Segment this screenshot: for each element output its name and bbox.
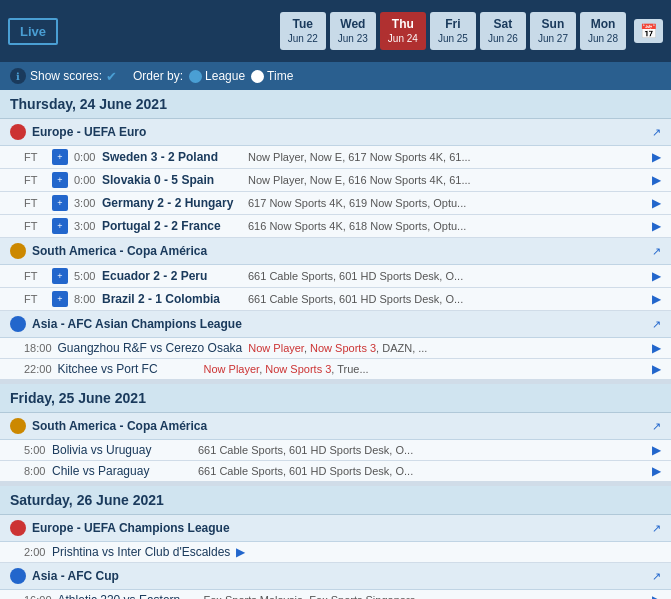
match-row: 16:00Athletic 220 vs EasternFox Sports M… [0,590,671,599]
play-button[interactable]: ▶ [652,173,661,187]
external-link-icon[interactable]: ↗ [652,126,661,139]
league-header: South America - Copa América↗ [0,238,671,265]
match-time: 8:00 [74,293,96,305]
day-tab-tue[interactable]: TueJun 22 [280,12,326,51]
match-time-icon: + [52,218,68,234]
play-button[interactable]: ▶ [652,341,661,355]
order-by-control: Order by: League Time [133,69,293,83]
match-status: 22:00 [24,363,52,375]
external-link-icon[interactable]: ↗ [652,570,661,583]
league-header: Asia - AFC Asian Champions League↗ [0,311,671,338]
league-icon [10,243,26,259]
match-status: 2:00 [24,546,46,558]
external-link-icon[interactable]: ↗ [652,318,661,331]
match-channels: Fox Sports Malaysia, Fox Sports Singapor… [204,594,646,599]
match-time: 3:00 [74,197,96,209]
league-title: South America - Copa América [10,243,207,259]
play-button[interactable]: ▶ [652,593,661,599]
league-title: Asia - AFC Asian Champions League [10,316,242,332]
play-button[interactable]: ▶ [652,362,661,376]
match-teams: Chile vs Paraguay [52,464,192,478]
match-score: Slovakia 0 - 5 Spain [102,173,242,187]
play-button[interactable]: ▶ [652,292,661,306]
league-title: South America - Copa América [10,418,207,434]
day-tab-wed[interactable]: WedJun 23 [330,12,376,51]
match-status: 16:00 [24,594,52,599]
radio-time-dot [251,70,264,83]
match-status: FT [24,151,46,163]
play-button[interactable]: ▶ [652,269,661,283]
match-status: FT [24,270,46,282]
match-row: 18:00Guangzhou R&F vs Cerezo OsakaNow Pl… [0,338,671,359]
info-icon: ℹ [10,68,26,84]
match-score: Ecuador 2 - 2 Peru [102,269,242,283]
match-teams: Guangzhou R&F vs Cerezo Osaka [58,341,243,355]
checkmark-icon[interactable]: ✔ [106,69,117,84]
show-scores-control: ℹ Show scores: ✔ [10,68,117,84]
external-link-icon[interactable]: ↗ [652,420,661,433]
external-link-icon[interactable]: ↗ [652,245,661,258]
match-time-icon: + [52,291,68,307]
play-button[interactable]: ▶ [652,443,661,457]
match-row: 2:00Prishtina vs Inter Club d'Escaldes▶ [0,542,671,563]
play-button[interactable]: ▶ [652,150,661,164]
league-title: Europe - UEFA Euro [10,124,146,140]
match-time-icon: + [52,149,68,165]
league-name: Europe - UEFA Champions League [32,521,230,535]
show-scores-label: Show scores: [30,69,102,83]
day-tab-fri[interactable]: FriJun 25 [430,12,476,51]
match-channels: 616 Now Sports 4K, 618 Now Sports, Optu.… [248,220,646,232]
match-row: FT+0:00Slovakia 0 - 5 SpainNow Player, N… [0,169,671,192]
play-button[interactable]: ▶ [652,464,661,478]
order-time-option[interactable]: Time [251,69,293,83]
day-tab-sat[interactable]: SatJun 26 [480,12,526,51]
match-row: 22:00Kitchee vs Port FCNow Player, Now S… [0,359,671,380]
play-button[interactable]: ▶ [236,545,245,559]
league-icon [10,520,26,536]
radio-league-dot [189,70,202,83]
match-channels: Now Player, Now E, 616 Now Sports 4K, 61… [248,174,646,186]
match-score: Sweden 3 - 2 Poland [102,150,242,164]
match-time: 3:00 [74,220,96,232]
day-tab-thu[interactable]: ThuJun 24 [380,12,426,51]
match-teams: Prishtina vs Inter Club d'Escaldes [52,545,230,559]
league-label: League [205,69,245,83]
league-icon [10,568,26,584]
time-label: Time [267,69,293,83]
live-badge[interactable]: Live [8,18,58,45]
day-tab-mon[interactable]: MonJun 28 [580,12,626,51]
match-row: FT+0:00Sweden 3 - 2 PolandNow Player, No… [0,146,671,169]
match-channels: 661 Cable Sports, 601 HD Sports Desk, O.… [248,270,646,282]
match-channels: 661 Cable Sports, 601 HD Sports Desk, O.… [248,293,646,305]
day-header: Friday, 25 June 2021 [0,384,671,413]
league-name: South America - Copa América [32,419,207,433]
match-teams: Bolivia vs Uruguay [52,443,192,457]
match-time: 0:00 [74,174,96,186]
match-status: 8:00 [24,465,46,477]
match-channels: Now Player, Now Sports 3, True... [204,363,646,375]
match-time-icon: + [52,195,68,211]
match-channels: 661 Cable Sports, 601 HD Sports Desk, O.… [198,465,646,477]
day-tabs: TueJun 22WedJun 23ThuJun 24FriJun 25SatJ… [280,12,663,51]
order-league-option[interactable]: League [189,69,245,83]
day-tab-sun[interactable]: SunJun 27 [530,12,576,51]
day-header: Saturday, 26 June 2021 [0,486,671,515]
match-status: FT [24,174,46,186]
calendar-icon[interactable]: 📅 [634,19,663,43]
league-header: Europe - UEFA Champions League↗ [0,515,671,542]
play-button[interactable]: ▶ [652,219,661,233]
match-row: FT+3:00Germany 2 - 2 Hungary617 Now Spor… [0,192,671,215]
match-status: FT [24,220,46,232]
match-channels: 661 Cable Sports, 601 HD Sports Desk, O.… [198,444,646,456]
match-status: FT [24,197,46,209]
match-row: FT+5:00Ecuador 2 - 2 Peru661 Cable Sport… [0,265,671,288]
league-name: South America - Copa América [32,244,207,258]
match-score: Brazil 2 - 1 Colombia [102,292,242,306]
external-link-icon[interactable]: ↗ [652,522,661,535]
match-channels: Now Player, Now Sports 3, DAZN, ... [248,342,646,354]
match-row: 5:00Bolivia vs Uruguay661 Cable Sports, … [0,440,671,461]
match-time: 0:00 [74,151,96,163]
match-row: 8:00Chile vs Paraguay661 Cable Sports, 6… [0,461,671,482]
play-button[interactable]: ▶ [652,196,661,210]
match-channels: 617 Now Sports 4K, 619 Now Sports, Optu.… [248,197,646,209]
